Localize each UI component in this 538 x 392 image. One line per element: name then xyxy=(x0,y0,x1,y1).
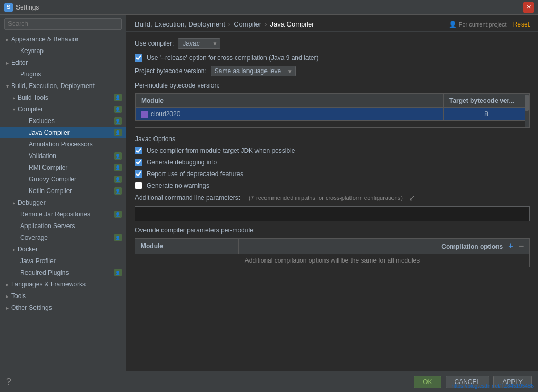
sidebar-label: Java Compiler xyxy=(29,129,70,136)
sidebar-label: Excludes xyxy=(29,117,55,125)
sidebar-label: Compiler xyxy=(18,106,43,113)
breadcrumb-current: Java Compiler xyxy=(270,20,314,28)
breadcrumb-part2: Compiler xyxy=(234,20,261,28)
sidebar-item-build-tools[interactable]: ▸Build Tools👤 xyxy=(0,92,126,103)
sidebar-item-keymap[interactable]: Keymap xyxy=(0,45,126,57)
reset-button[interactable]: Reset xyxy=(513,21,530,28)
sidebar-label: Application Servers xyxy=(20,222,75,230)
sidebar-label: Other Settings xyxy=(11,304,52,311)
sidebar-label: RMI Compiler xyxy=(29,164,67,171)
sidebar-label: Plugins xyxy=(20,71,41,78)
sidebar-item-annotation[interactable]: Annotation Processors xyxy=(0,138,126,150)
window-title: Settings xyxy=(16,4,39,11)
override-table: Module Compilation options + − xyxy=(135,239,529,267)
sidebar-item-editor[interactable]: ▸Editor xyxy=(0,57,126,68)
javac-option-label-3[interactable]: Generate no warnings xyxy=(147,182,209,189)
sidebar-item-required-plugins[interactable]: Required Plugins👤 xyxy=(0,267,126,278)
badge-icon: 👤 xyxy=(114,269,122,276)
sidebar-item-plugins[interactable]: Plugins xyxy=(0,68,126,80)
sidebar-item-docker[interactable]: ▸Docker xyxy=(0,243,126,255)
javac-option-label-0[interactable]: Use compiler from module target JDK when… xyxy=(147,147,295,154)
compiler-select[interactable]: Javac xyxy=(178,38,220,49)
table-row[interactable]: cloud2020 8 xyxy=(136,108,529,121)
sidebar-item-compiler[interactable]: ▾Compiler👤 xyxy=(0,103,126,115)
bytecode-select[interactable]: Same as language leve xyxy=(211,66,296,76)
javac-option-label-2[interactable]: Report use of deprecated features xyxy=(147,170,243,178)
sidebar-item-java-profiler[interactable]: Java Profiler xyxy=(0,255,126,267)
sidebar-item-debugger[interactable]: ▸Debugger xyxy=(0,197,126,208)
target-bytecode-cell: 8 xyxy=(444,108,529,121)
scroll-thumb xyxy=(525,95,529,111)
compiler-select-wrapper[interactable]: Javac ▼ xyxy=(178,38,220,49)
javac-option-checkbox-0[interactable] xyxy=(135,147,142,154)
content-area: Build, Execution, Deployment › Compiler … xyxy=(126,15,538,371)
sidebar-item-tools[interactable]: ▸Tools xyxy=(0,290,126,302)
header-right: 👤 For current project Reset xyxy=(449,21,530,28)
ok-button[interactable]: OK xyxy=(414,376,441,388)
sidebar-item-other[interactable]: ▸Other Settings xyxy=(0,302,126,313)
arrow-icon: ▸ xyxy=(6,60,9,66)
cmd-input-area[interactable] xyxy=(135,206,530,221)
cmd-params-label: Additional command line parameters: xyxy=(135,194,240,202)
main-container: ▸Appearance & BehaviorKeymap▸EditorPlugi… xyxy=(0,15,538,371)
badge-icon: 👤 xyxy=(114,94,122,101)
arrow-icon: ▸ xyxy=(13,247,15,252)
release-option-label[interactable]: Use '--release' option for cross-compila… xyxy=(147,54,318,62)
arrow-icon: ▾ xyxy=(13,107,15,112)
sidebar-item-rmi[interactable]: RMI Compiler👤 xyxy=(0,162,126,173)
override-empty-msg: Additional compilation options will be t… xyxy=(135,254,529,267)
override-section: Override compiler parameters per-module:… xyxy=(135,227,530,267)
sidebar-item-appearance[interactable]: ▸Appearance & Behavior xyxy=(0,33,126,45)
release-option-row: Use '--release' option for cross-compila… xyxy=(135,54,530,62)
sidebar-label: Java Profiler xyxy=(20,257,56,265)
search-input[interactable] xyxy=(4,18,122,30)
sidebar-label: Languages & Frameworks xyxy=(11,281,86,288)
table-scrollbar[interactable] xyxy=(525,94,529,127)
cmd-params-row: Additional command line parameters: ('/'… xyxy=(135,194,530,202)
sidebar-item-build-exec[interactable]: ▾Build, Execution, Deployment xyxy=(0,80,126,92)
javac-option-row-2: Report use of deprecated features xyxy=(135,170,530,178)
override-module-col: Module xyxy=(135,239,239,254)
sidebar-item-validation[interactable]: Validation👤 xyxy=(0,150,126,162)
sidebar-label: Tools xyxy=(11,292,26,300)
sidebar-item-coverage[interactable]: Coverage👤 xyxy=(0,232,126,243)
module-col-header: Module xyxy=(136,94,444,108)
arrow-icon: ▸ xyxy=(6,293,9,299)
arrow-icon: ▾ xyxy=(6,83,9,89)
for-current-icon: 👤 xyxy=(449,21,457,28)
sidebar-item-kotlin[interactable]: Kotlin Compiler👤 xyxy=(0,185,126,197)
sidebar-item-groovy[interactable]: Groovy Compiler👤 xyxy=(0,173,126,185)
remove-override-button[interactable]: − xyxy=(519,241,524,250)
search-box[interactable] xyxy=(0,15,126,33)
sidebar-item-excludes[interactable]: Excludes👤 xyxy=(0,115,126,127)
sidebar-label: Required Plugins xyxy=(20,269,69,276)
sidebar-label: Appearance & Behavior xyxy=(11,36,79,43)
sidebar-item-languages[interactable]: ▸Languages & Frameworks xyxy=(0,278,126,290)
breadcrumb-sep1: › xyxy=(228,20,230,28)
content-header: Build, Execution, Deployment › Compiler … xyxy=(126,15,538,32)
release-option-checkbox[interactable] xyxy=(135,54,142,62)
title-bar: S Settings ✕ xyxy=(0,0,538,15)
expand-icon[interactable]: ⤢ xyxy=(409,194,415,202)
javac-option-checkbox-1[interactable] xyxy=(135,159,142,166)
help-button[interactable]: ? xyxy=(6,377,11,387)
sidebar-label: Build Tools xyxy=(18,94,48,101)
sidebar-label: Groovy Compiler xyxy=(29,176,76,183)
add-override-button[interactable]: + xyxy=(508,241,513,250)
app-icon: S xyxy=(4,3,13,12)
sidebar-label: Annotation Processors xyxy=(29,141,93,148)
sidebar-item-remote-jar[interactable]: Remote Jar Repositories👤 xyxy=(0,208,126,220)
javac-option-checkbox-2[interactable] xyxy=(135,170,142,178)
javac-option-label-1[interactable]: Generate debugging info xyxy=(147,159,217,166)
badge-icon: 👤 xyxy=(114,164,122,171)
javac-option-row-0: Use compiler from module target JDK when… xyxy=(135,147,530,154)
sidebar-item-app-servers[interactable]: Application Servers xyxy=(0,220,126,232)
close-button[interactable]: ✕ xyxy=(523,2,534,13)
javac-option-checkbox-3[interactable] xyxy=(135,182,142,189)
use-compiler-row: Use compiler: Javac ▼ xyxy=(135,38,530,49)
watermark: https://blog.csdn.net/TZ845195485 xyxy=(451,383,534,389)
sidebar-item-java-compiler[interactable]: Java Compiler👤 xyxy=(0,127,126,138)
javac-options-section: Javac Options Use compiler from module t… xyxy=(135,135,530,189)
bytecode-select-wrapper[interactable]: Same as language leve ▼ xyxy=(211,66,296,76)
override-title: Override compiler parameters per-module: xyxy=(135,227,530,234)
